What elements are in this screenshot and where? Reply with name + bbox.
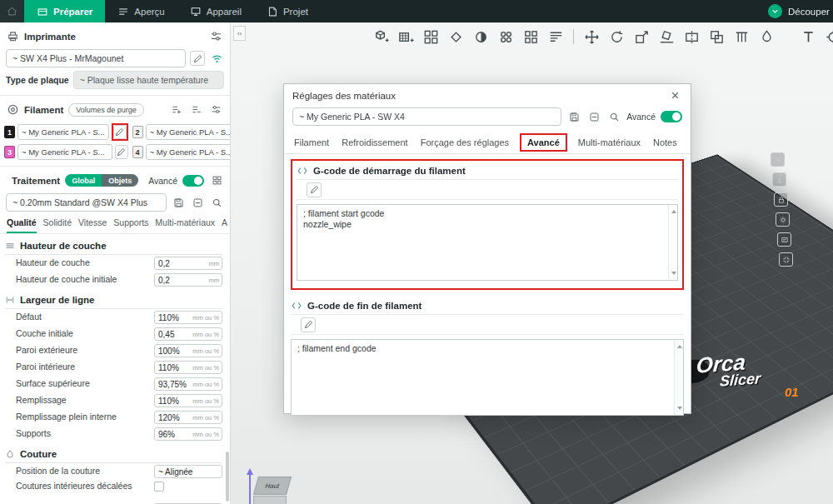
filament-1-edit-button[interactable] [113, 125, 127, 139]
layer-height-input[interactable]: 0,2mm [154, 257, 222, 270]
delete-material-button[interactable] [586, 109, 601, 124]
filament-settings-button[interactable] [208, 102, 223, 117]
dialog-close-button[interactable] [667, 88, 682, 103]
gizmo-front-face[interactable]: Avant [253, 496, 287, 504]
dialog-advanced-toggle[interactable] [661, 111, 682, 122]
dialog-tab-filament[interactable]: Filament [294, 137, 329, 147]
dialog-tab-advanced[interactable]: Avancé [527, 137, 560, 147]
gizmo-top-face[interactable]: Haut [253, 477, 292, 495]
process-tab-strength[interactable]: Solidité [43, 217, 72, 233]
filament-3-edit-button[interactable] [115, 145, 128, 159]
toolbar-split-parts-button[interactable] [521, 27, 541, 47]
toolbar-arrange-button[interactable] [421, 27, 441, 47]
toolbar-rotate-button[interactable] [606, 27, 626, 47]
textarea-scrollbar[interactable] [674, 340, 683, 415]
scope-objects-button[interactable]: Objets [102, 174, 138, 187]
start-gcode-edit-button[interactable] [307, 182, 322, 197]
top-surface-width-input[interactable]: 93,75%mm ou % [154, 377, 222, 391]
toolbar-measure-button[interactable] [823, 27, 833, 47]
internal-solid-infill-width-input[interactable]: 120%mm ou % [154, 411, 222, 424]
infill-width-input[interactable]: 110%mm ou % [154, 394, 222, 407]
home-button[interactable] [0, 0, 24, 22]
search-material-button[interactable] [606, 109, 621, 124]
slice-options-button[interactable] [768, 4, 782, 18]
printer-preset-combo[interactable]: ~ SW X4 Plus - MrMagounet [6, 49, 186, 67]
purge-volumes-button[interactable]: Volumes de purge [68, 103, 144, 117]
textarea-scrollbar[interactable] [668, 205, 677, 280]
search-settings-button[interactable] [209, 195, 224, 210]
slice-button[interactable]: Découper [788, 7, 833, 17]
default-width-input[interactable]: 110%mm ou % [154, 311, 222, 324]
plate-delete-button[interactable] [771, 152, 785, 167]
inner-wall-width-input[interactable]: 110%mm ou % [154, 361, 222, 374]
scope-global-button[interactable]: Global [65, 174, 102, 187]
plate-compress-button[interactable] [779, 252, 793, 267]
printer-edit-button[interactable] [190, 51, 205, 66]
plate-name-button[interactable] [777, 232, 791, 247]
plate-lock-button[interactable] [774, 192, 788, 207]
initial-layer-height-input[interactable]: 0,2mm [154, 273, 222, 287]
toolbar-split-objects-button[interactable] [496, 27, 516, 47]
filament-3-combo[interactable]: ~ My Generic PLA - S... [17, 144, 112, 160]
dialog-tab-notes[interactable]: Notes [653, 137, 677, 147]
tab-preview[interactable]: Aperçu [105, 0, 177, 22]
sidebar-scrollbar[interactable] [226, 452, 229, 502]
process-tab-multimaterial[interactable]: Multi-matériaux [155, 217, 215, 233]
tab-prepare[interactable]: Préparer [24, 0, 105, 22]
process-tab-supports[interactable]: Supports [113, 217, 148, 233]
outer-wall-width-input[interactable]: 100%mm ou % [154, 344, 222, 357]
sidebar-collapse-handle[interactable]: ‹› [233, 26, 246, 41]
toolbar-flatten-button[interactable] [656, 27, 676, 47]
plate-settings-button[interactable] [776, 212, 790, 227]
save-material-button[interactable] [566, 109, 581, 124]
toolbar-add-plate-button[interactable] [396, 27, 416, 47]
process-preset-combo[interactable]: ~ 0.20mm Standard @SW X4 Plus [6, 193, 167, 212]
start-gcode-textarea[interactable]: ; filament start gcode nozzle_wipe [297, 204, 678, 281]
toolbar-support-paint-button[interactable] [731, 27, 751, 47]
toolbar-variable-layer-button[interactable] [546, 27, 566, 47]
filament-4-color-badge[interactable]: 4 [132, 146, 143, 158]
orientation-gizmo[interactable]: Haut Avant [246, 449, 292, 504]
dialog-tab-multimaterial[interactable]: Multi-matériaux [578, 137, 641, 147]
process-tab-advanced[interactable]: A [222, 217, 227, 233]
dialog-tab-overrides[interactable]: Forçage des réglages [421, 137, 509, 147]
end-gcode-textarea[interactable]: ; filament end gcode [291, 339, 684, 416]
plate-type-combo[interactable]: ~ Plaque lisse haute température [73, 71, 224, 89]
material-preset-combo[interactable]: ~ My Generic PLA - SW X4 [292, 107, 561, 126]
save-preset-button[interactable] [171, 195, 186, 210]
structure-view-button[interactable] [209, 173, 224, 188]
filament-3-color-badge[interactable]: 3 [4, 146, 15, 158]
checkbox-cell [154, 482, 222, 492]
process-tab-speed[interactable]: Vitesse [78, 217, 107, 233]
tab-project[interactable]: Projet [254, 0, 321, 22]
tab-device[interactable]: Appareil [177, 0, 254, 22]
filament-1-combo[interactable]: ~ My Generic PLA - S... [17, 124, 109, 140]
toolbar-fill-color-button[interactable] [471, 27, 491, 47]
end-gcode-edit-button[interactable] [301, 317, 316, 332]
printer-connect-button[interactable] [209, 51, 224, 66]
add-filament-button[interactable] [168, 102, 183, 117]
dialog-tab-cooling[interactable]: Refroidissement [342, 137, 407, 147]
staggered-inner-seams-checkbox[interactable] [154, 482, 164, 492]
toolbar-color-paint-button[interactable] [756, 27, 776, 47]
first-layer-width-input[interactable]: 0,45mm ou % [154, 327, 222, 341]
toolbar-cut-button[interactable] [681, 27, 701, 47]
toolbar-text-button[interactable] [798, 27, 818, 47]
plate-settle-button[interactable] [772, 172, 786, 187]
seam-position-combo[interactable]: ~ Alignée [154, 465, 222, 478]
delete-preset-button[interactable] [190, 195, 205, 210]
toolbar-add-object-button[interactable] [371, 27, 391, 47]
process-tab-quality[interactable]: Qualité [7, 217, 37, 233]
printer-settings-button[interactable] [208, 29, 223, 44]
toolbar-move-button[interactable] [581, 27, 601, 47]
filament-4-combo[interactable]: ~ My Generic PLA - S... [146, 144, 231, 160]
toolbar-scale-button[interactable] [631, 27, 651, 47]
filament-2-color-badge[interactable]: 2 [132, 126, 143, 138]
toolbar-boolean-button[interactable] [706, 27, 726, 47]
filament-1-color-badge[interactable]: 1 [4, 126, 15, 138]
toolbar-orient-button[interactable] [446, 27, 466, 47]
remove-filament-button[interactable] [188, 102, 203, 117]
filament-2-combo[interactable]: ~ My Generic PLA - S... [146, 124, 231, 140]
support-width-input[interactable]: 96%mm ou % [154, 427, 222, 441]
advanced-toggle[interactable] [182, 175, 204, 187]
